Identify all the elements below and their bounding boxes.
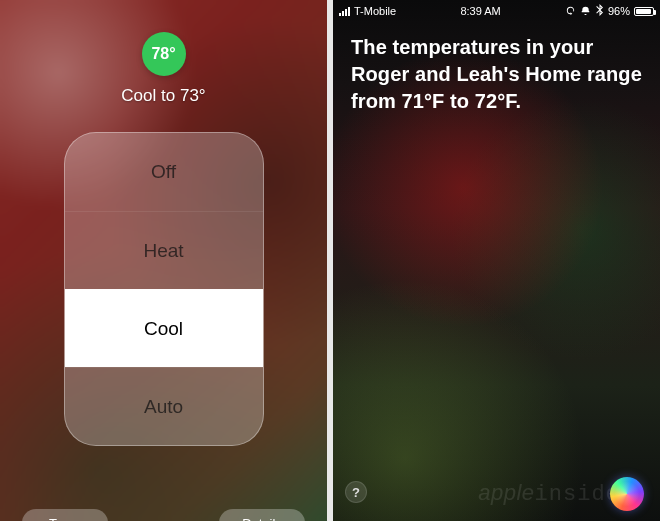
battery-icon	[634, 7, 654, 16]
siri-help-button[interactable]: ?	[345, 481, 367, 503]
thermostat-control-screen: 78° Cool to 73° Off Heat Cool Auto Temp …	[0, 0, 327, 521]
setpoint-label: Cool to 73°	[0, 86, 327, 106]
mode-cool[interactable]: Cool	[65, 289, 263, 367]
mode-heat[interactable]: Heat	[65, 211, 263, 289]
temp-button[interactable]: Temp	[22, 509, 108, 521]
signal-icon	[339, 6, 350, 16]
carrier-label: T-Mobile	[354, 5, 396, 17]
details-button[interactable]: Details	[219, 509, 305, 521]
mode-selector[interactable]: Off Heat Cool Auto	[64, 132, 264, 446]
mode-off[interactable]: Off	[65, 133, 263, 211]
siri-response-screen: T-Mobile 8:39 AM 96% The temperatures in…	[333, 0, 660, 521]
siri-response-text: The temperatures in your Roger and Leah'…	[333, 20, 660, 115]
mode-auto[interactable]: Auto	[65, 367, 263, 445]
current-temp-badge: 78°	[142, 32, 186, 76]
mode-label: Cool	[144, 318, 183, 340]
bottom-toolbar: Temp Details	[0, 509, 327, 521]
alarm-icon	[580, 5, 591, 18]
status-bar: T-Mobile 8:39 AM 96%	[333, 0, 660, 20]
bluetooth-icon	[595, 4, 604, 18]
siri-orb-button[interactable]	[610, 477, 644, 511]
mode-label: Heat	[143, 240, 183, 262]
clock-label: 8:39 AM	[460, 5, 500, 17]
battery-percent: 96%	[608, 5, 630, 17]
mode-label: Auto	[144, 396, 183, 418]
orientation-lock-icon	[565, 5, 576, 18]
mode-label: Off	[151, 161, 176, 183]
